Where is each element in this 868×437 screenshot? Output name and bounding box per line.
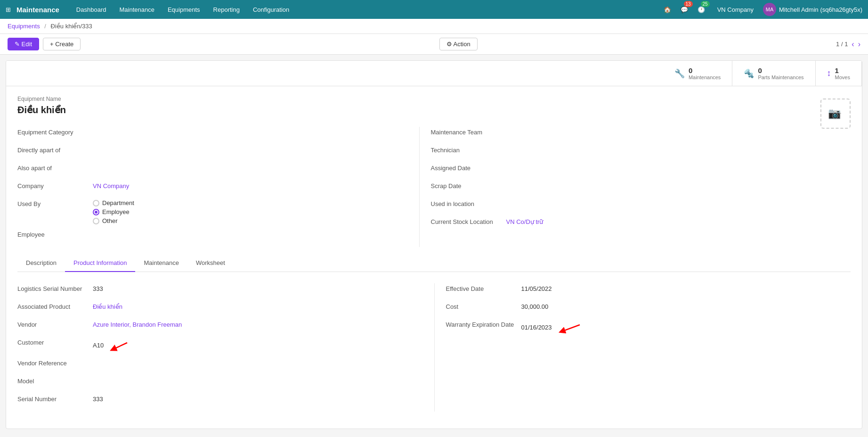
vendor-link[interactable]: Azure Interior, Brandon Freeman [93,321,182,328]
moves-icon: ↕ [827,68,831,78]
radio-employee[interactable]: Employee [93,208,419,215]
vendor-reference-label: Vendor Reference [17,358,93,367]
vendor-value: Azure Interior, Brandon Freeman [93,319,434,328]
nav-dashboard[interactable]: Dashboard [71,0,112,19]
red-arrow-warranty [556,321,584,335]
stats-bar: 🔧 0 Maintenances 🔩 0 Parts Maintenances … [6,61,862,86]
nav-equipments[interactable]: Equipments [162,0,206,19]
scrap-date-value[interactable] [506,181,821,182]
breadcrumb-parent[interactable]: Equipments [8,23,40,30]
edit-button[interactable]: ✎ Edit [8,38,39,50]
scrap-date-label: Scrap Date [431,181,506,190]
breadcrumb-separator: / [44,23,46,30]
used-by-row: Used By Department Employee Other [17,198,419,224]
used-by-label: Used By [17,198,93,207]
header-icons: 🏠 💬 13 🕐 25 VN Company MA Mitchell Admin… [661,3,862,16]
vendor-label: Vendor [17,319,93,328]
effective-date-value: 11/05/2022 [521,283,851,292]
stat-maintenances-text: 0 Maintenances [689,66,721,80]
current-stock-location-row: Current Stock Location VN Co/Dự trữ [431,216,821,230]
tab-maintenance[interactable]: Maintenance [135,255,187,272]
stat-parts-text: 0 Parts Maintenances [758,66,803,80]
also-apart-value[interactable] [93,163,419,165]
employee-value[interactable] [93,229,419,231]
svg-line-0 [113,343,127,349]
directly-apart-label: Directly apart of [17,145,93,154]
stat-moves[interactable]: ↕ 1 Moves [816,61,862,86]
assigned-date-value[interactable] [506,163,821,165]
radio-label-employee: Employee [102,208,130,215]
user-menu[interactable]: MA Mitchell Admin (sq6ha26gty5x) [763,3,862,16]
stat-parts-maintenances[interactable]: 🔩 0 Parts Maintenances [732,61,815,86]
used-by-radio-group: Department Employee Other [93,198,419,224]
maintenance-team-row: Maintenance Team [431,127,821,140]
chat-button[interactable]: 💬 13 [678,3,691,16]
associated-product-value: Điều khiển [93,301,434,310]
nav-maintenance[interactable]: Maintenance [114,0,160,19]
current-stock-location-value: VN Co/Dự trữ [506,216,821,225]
logistics-serial-value: 333 [93,283,434,292]
warranty-expiration-label: Warranty Expiration Date [446,319,521,328]
warranty-expiration-row: Warranty Expiration Date 01/16/2023 [446,319,851,335]
nav-configuration[interactable]: Configuration [247,0,295,19]
moves-count: 1 [835,66,850,74]
assigned-date-label: Assigned Date [431,163,506,172]
logistics-serial-label: Logistics Serial Number [17,283,93,292]
pagination: 1 / 1 ‹ › [836,40,860,49]
form-grid: Equipment Category Directly apart of Als… [17,127,820,247]
camera-icon: 📷+ [828,107,844,120]
maintenance-icon: 🔧 [674,68,685,79]
logistics-serial-row: Logistics Serial Number 333 [17,283,434,297]
home-icon: 🏠 [664,6,671,13]
parts-count: 0 [758,66,803,74]
moves-label: Moves [835,74,850,80]
radio-label-department: Department [102,199,134,206]
technician-value[interactable] [506,145,821,147]
tab-description[interactable]: Description [17,255,65,272]
model-value[interactable] [93,376,434,378]
company-value: VN Company [93,181,419,190]
form-right: Maintenance Team Technician Assigned Dat… [419,127,821,247]
technician-label: Technician [431,145,506,154]
activity-button[interactable]: 🕐 25 [695,3,708,16]
radio-department[interactable]: Department [93,199,419,206]
company-link[interactable]: VN Company [93,182,129,190]
current-stock-location-link[interactable]: VN Co/Dự trữ [506,218,544,225]
associated-product-link[interactable]: Điều khiển [93,303,122,310]
equipment-name-value: Điều khiển [17,104,851,115]
warranty-expiration-value: 01/16/2023 [521,319,851,335]
equipment-name-section: Equipment Name Điều khiển [17,96,851,115]
maintenances-label: Maintenances [689,74,721,80]
app-grid-icon[interactable]: ⊞ [6,6,11,13]
vendor-reference-value[interactable] [93,358,434,360]
tab-product-information[interactable]: Product Information [65,255,135,272]
assigned-date-row: Assigned Date [431,163,821,176]
tab-content-product-information: Logistics Serial Number 333 Associated P… [17,272,851,419]
directly-apart-row: Directly apart of [17,145,419,158]
action-button[interactable]: ⚙ Action [439,38,478,50]
product-info-grid: Logistics Serial Number 333 Associated P… [17,283,851,412]
equipment-category-label: Equipment Category [17,127,93,136]
home-button[interactable]: 🏠 [661,3,674,16]
parts-label: Parts Maintenances [758,74,803,80]
radio-circle-employee [93,209,99,215]
serial-number-row: Serial Number 333 [17,394,434,407]
prev-arrow[interactable]: ‹ [852,40,854,49]
create-button[interactable]: + Create [43,38,81,50]
equipment-category-value[interactable] [93,127,419,129]
radio-other[interactable]: Other [93,217,419,224]
photo-upload[interactable]: 📷+ [820,99,851,129]
stat-maintenances[interactable]: 🔧 0 Maintenances [663,61,733,86]
associated-product-label: Associated Product [17,301,93,310]
maintenance-team-value[interactable] [506,127,821,129]
breadcrumb: Equipments / Điều khiển/333 [0,19,868,34]
top-navigation: ⊞ Maintenance Dashboard Maintenance Equi… [0,0,868,19]
tab-worksheet[interactable]: Worksheet [187,255,234,272]
directly-apart-value[interactable] [93,145,419,147]
equipment-name-label: Equipment Name [17,96,851,102]
used-in-location-value[interactable] [506,198,821,200]
nav-reporting[interactable]: Reporting [208,0,245,19]
next-arrow[interactable]: › [858,40,860,49]
cost-value: 30,000.00 [521,301,851,310]
cost-row: Cost 30,000.00 [446,301,851,314]
